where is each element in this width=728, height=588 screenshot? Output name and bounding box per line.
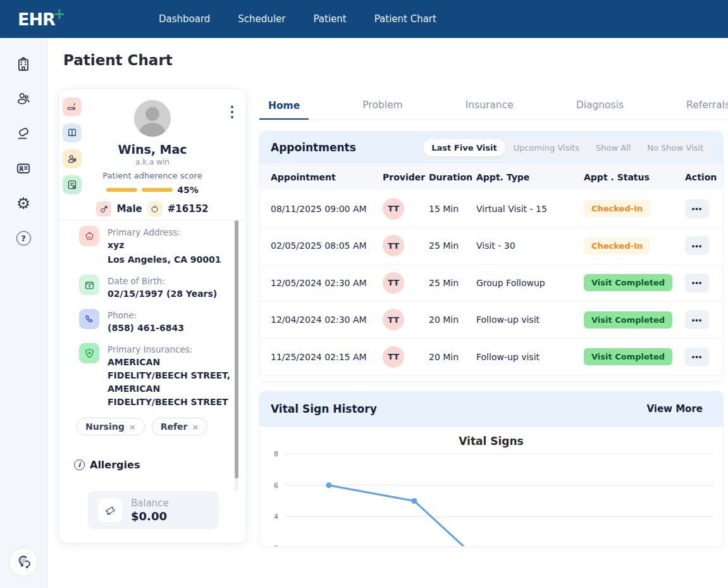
patient-id: #16152: [168, 203, 209, 215]
remove-tag-icon[interactable]: ×: [192, 422, 199, 432]
nav-scheduler[interactable]: Scheduler: [238, 13, 285, 25]
provider-avatar: TT: [383, 235, 404, 256]
adherence-segment: [142, 188, 173, 192]
adherence-label: Patient adherence score: [59, 171, 246, 180]
ticket-icon: [98, 498, 122, 522]
nav-patient[interactable]: Patient: [313, 13, 346, 25]
appointment-row: 12/04/2024 02:30 AM TT 20 Min Follow-up …: [259, 302, 723, 339]
appointment-datetime: 02/05/2025 08:05 AM: [271, 241, 383, 251]
smoking-status-icon[interactable]: [63, 97, 82, 116]
chat-button[interactable]: [9, 547, 38, 577]
patient-id-icon: [147, 201, 163, 216]
chat-bubbles-icon: [15, 554, 32, 570]
appointments-header: Appointments Last Five Visit Upcoming Vi…: [259, 132, 723, 163]
patient-quick-actions: [63, 97, 82, 194]
vital-signs-line-chart: 8642: [259, 447, 723, 546]
appointment-row: 12/05/2024 02:30 AM TT 25 Min Group Foll…: [259, 265, 723, 302]
tab-insurance[interactable]: Insurance: [457, 99, 522, 120]
allergies-title: Allergies: [90, 459, 140, 471]
patient-alias: a.k.a win: [59, 158, 246, 166]
appointment-duration: 15 Min: [429, 204, 476, 214]
filter-no-show-visit[interactable]: No Show Visit: [639, 139, 712, 156]
row-actions-button[interactable]: •••: [685, 199, 709, 218]
patient-tags: Nursing × Refer ×: [77, 418, 235, 435]
appointment-duration: 25 Min: [429, 278, 476, 288]
appointments-panel: Appointments Last Five Visit Upcoming Vi…: [259, 132, 723, 381]
education-book-icon[interactable]: [63, 123, 82, 142]
appointment-duration: 20 Min: [429, 315, 476, 325]
logo-plus-icon: +: [53, 5, 65, 23]
appointment-type: Visit - 30: [476, 241, 584, 251]
adherence-segment: [106, 188, 137, 192]
chart-title: Vital Signs: [259, 427, 723, 447]
tab-home[interactable]: Home: [259, 100, 309, 120]
appointment-datetime: 12/04/2024 02:30 AM: [271, 315, 383, 325]
filter-show-all[interactable]: Show All: [588, 139, 639, 156]
tab-referrals[interactable]: Referrals: [677, 99, 728, 120]
patient-notes-icon[interactable]: [63, 175, 82, 194]
vital-sign-panel: Vital Sign History View More Vital Signs…: [259, 392, 723, 546]
id-card-icon[interactable]: [14, 159, 33, 178]
appointment-datetime: 12/05/2024 02:30 AM: [271, 278, 383, 288]
remove-tag-icon[interactable]: ×: [129, 422, 136, 432]
balance-label: Balance: [131, 497, 169, 509]
vital-sign-header: Vital Sign History View More: [259, 392, 723, 427]
appointment-type: Group Followup: [476, 278, 584, 288]
appointment-row: 02/05/2025 08:05 AM TT 25 Min Visit - 30…: [259, 228, 723, 265]
help-icon[interactable]: ?: [14, 228, 33, 247]
hospital-icon[interactable]: [14, 54, 33, 73]
filter-upcoming-visits[interactable]: Upcoming Visits: [505, 139, 588, 156]
home-icon: [79, 226, 99, 246]
detail-dob: Date of Birth: 02/15/1997 (28 Years): [79, 275, 235, 301]
chart-tabs: Home Problem Insurance Diagnosis Referra…: [259, 95, 728, 120]
svg-text:4: 4: [274, 513, 278, 521]
vital-signs-chart: Vital Signs 8642: [259, 427, 723, 546]
patient-history-icon[interactable]: [63, 149, 82, 168]
provider-avatar: TT: [383, 309, 404, 330]
balance-value: $0.00: [131, 510, 169, 523]
patients-icon[interactable]: [14, 89, 33, 108]
patient-details-scroll[interactable]: Primary Address: xyz Los Angeles, CA 900…: [59, 220, 246, 479]
appointment-type: Follow-up visit: [476, 315, 584, 325]
appointment-row: 11/25/2024 02:15 AM TT 20 Min Follow-up …: [259, 339, 723, 376]
nav-patient-chart[interactable]: Patient Chart: [374, 13, 436, 25]
filter-last-five-visit[interactable]: Last Five Visit: [423, 139, 505, 156]
tab-problem[interactable]: Problem: [354, 99, 411, 120]
provider-avatar: TT: [383, 198, 404, 220]
patient-card-menu-icon[interactable]: [228, 103, 236, 121]
row-actions-button[interactable]: •••: [685, 310, 709, 329]
status-badge: Visit Completed: [584, 274, 672, 291]
detail-insurances: Primary Insurances: AMERICAN FIDELITY/BE…: [79, 343, 235, 409]
appointment-datetime: 11/25/2024 02:15 AM: [271, 352, 383, 362]
patient-summary: Wins, Mac a.k.a win Patient adherence sc…: [59, 89, 246, 216]
appointment-row: 08/11/2025 09:00 AM TT 15 Min Virtual Vi…: [259, 191, 723, 228]
appointment-type: Follow-up visit: [476, 352, 584, 362]
appointment-type: Virtual Visit - 15: [476, 204, 584, 214]
page-title: Patient Chart: [63, 52, 173, 68]
appointments-filter: Last Five Visit Upcoming Visits Show All…: [421, 137, 714, 159]
shield-plus-icon: [79, 343, 99, 363]
eraser-icon[interactable]: [14, 124, 33, 143]
patient-gender: Male: [116, 203, 142, 215]
row-actions-button[interactable]: •••: [685, 236, 709, 255]
detail-phone: Phone: (858) 461-6843: [79, 309, 235, 335]
app-logo[interactable]: EHR +: [18, 9, 65, 29]
calendar-icon: [79, 275, 99, 295]
view-more-link[interactable]: View More: [646, 403, 703, 415]
gender-icon: [96, 201, 111, 216]
tag-refer[interactable]: Refer ×: [152, 418, 208, 435]
settings-icon[interactable]: ⚙: [14, 194, 33, 213]
detail-primary-address: Primary Address: xyz Los Angeles, CA 900…: [79, 226, 235, 266]
info-icon: i: [74, 460, 85, 470]
adherence-value: 45%: [177, 185, 199, 195]
status-badge: Checked-In: [584, 200, 650, 217]
patient-avatar: [134, 100, 171, 137]
row-actions-button[interactable]: •••: [685, 273, 709, 292]
row-actions-button[interactable]: •••: [685, 347, 709, 366]
phone-icon: [79, 309, 99, 329]
card-scrollbar[interactable]: [235, 220, 238, 479]
nav-dashboard[interactable]: Dashboard: [159, 13, 210, 25]
tag-nursing[interactable]: Nursing ×: [77, 418, 145, 435]
status-badge: Visit Completed: [584, 311, 672, 328]
tab-diagnosis[interactable]: Diagnosis: [567, 99, 632, 120]
